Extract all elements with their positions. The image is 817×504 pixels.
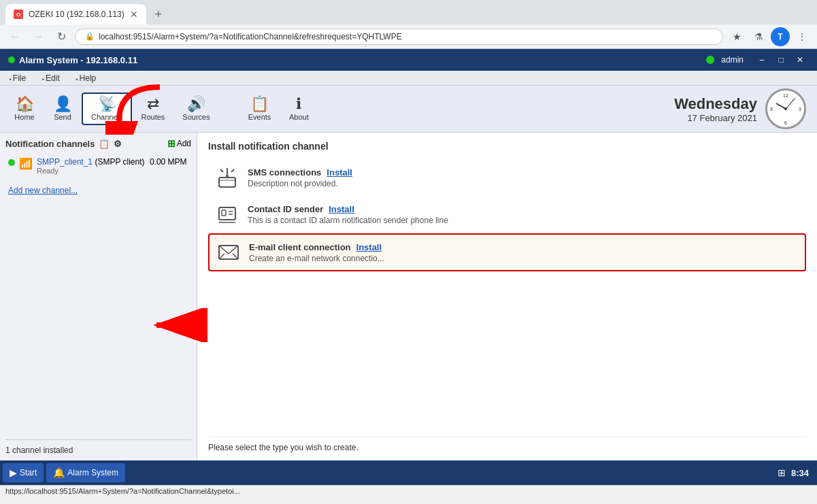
taskbar-time: 8:34 — [791, 468, 809, 478]
menu-file[interactable]: ▪File — [5, 72, 30, 84]
tab-bar: O OZEKI 10 (192.168.0.113) ✕ + — [0, 0, 817, 24]
maximize-button[interactable]: □ — [772, 53, 790, 67]
clock-day: Wednesday — [674, 95, 757, 113]
events-label: Events — [248, 113, 271, 121]
panel-footer: Please select the type you wish to creat… — [208, 437, 806, 452]
main-area: Notification channels 📋 ⚙ ⊞ Add 📶 SMPP_ — [0, 133, 817, 460]
contact-id-channel-info: Contact ID sender Install This is a cont… — [248, 204, 799, 225]
extensions-button[interactable]: ⚗ — [749, 27, 768, 46]
home-icon: 🏠 — [16, 97, 34, 112]
toolbar-events[interactable]: 📋 Events — [239, 93, 280, 124]
menu-edit[interactable]: ▪Edit — [38, 72, 64, 84]
channel-name-line: SMPP_client_1 (SMPP client) 0.00 MPM — [37, 157, 188, 167]
channel-name-link[interactable]: SMPP_client_1 — [37, 157, 93, 167]
title-status-dot — [8, 56, 15, 63]
channel-speed: 0.00 MPM — [150, 157, 187, 167]
admin-status-dot — [706, 56, 714, 64]
status-bar: https://localhost:9515/Alarm+System/?a=N… — [0, 485, 817, 497]
home-label: Home — [14, 113, 34, 121]
clock-section: Wednesday 17 February 2021 12 3 6 9 — [674, 88, 806, 129]
add-channel-button[interactable]: ⊞ Add — [167, 138, 191, 149]
address-bar[interactable]: 🔒 localhost:9515/Alarm+System/?a=Notific… — [75, 29, 723, 45]
toolbar-home[interactable]: 🏠 Home — [5, 93, 44, 124]
tab-close-button[interactable]: ✕ — [130, 9, 138, 20]
channel-item: 📶 SMPP_client_1 (SMPP client) 0.00 MPM R… — [5, 154, 191, 178]
alarm-icon: 🔔 — [53, 467, 65, 478]
channel-list: SMS connections Install Description not … — [208, 160, 806, 271]
toolbar-channels[interactable]: 📡 Channels — [82, 93, 132, 125]
add-icon: ⊞ — [167, 138, 176, 149]
taskbar-systray: ⊞ 8:34 — [772, 467, 814, 478]
new-tab-button[interactable]: + — [149, 5, 168, 24]
close-button[interactable]: ✕ — [791, 53, 809, 67]
clock-num-9: 9 — [770, 107, 773, 112]
sidebar-title: Notification channels 📋 ⚙ — [5, 139, 122, 149]
email-channel-row[interactable]: E-mail client connection Install Create … — [208, 233, 806, 271]
start-button[interactable]: ▶ Start — [3, 463, 44, 482]
browser-tab[interactable]: O OZEKI 10 (192.168.0.113) ✕ — [5, 4, 146, 24]
svg-rect-4 — [219, 178, 235, 187]
browser-toolbar: ← → ↻ 🔒 localhost:9515/Alarm+System/?a=N… — [0, 24, 817, 49]
clock-center-dot — [784, 107, 787, 110]
channel-ready-status: Ready — [37, 167, 188, 175]
menu-help-dot: ▪ — [76, 76, 78, 82]
menu-help[interactable]: ▪Help — [72, 72, 101, 84]
app-title: Alarm System - 192.168.0.11 — [8, 55, 137, 65]
contact-id-icon — [215, 202, 239, 226]
contact-id-channel-row[interactable]: Contact ID sender Install This is a cont… — [208, 197, 806, 232]
toolbar-about[interactable]: ℹ About — [280, 93, 318, 124]
toolbar-sources[interactable]: 🔊 Sources — [173, 93, 218, 124]
bookmark-button[interactable]: ★ — [727, 27, 746, 46]
content-panel: Install notification channel — [197, 133, 817, 460]
send-icon: 👤 — [54, 97, 72, 112]
sources-icon: 🔊 — [187, 97, 205, 112]
forward-button[interactable]: → — [29, 27, 48, 46]
email-channel-info: E-mail client connection Install Create … — [249, 242, 798, 263]
toolbar-send[interactable]: 👤 Send — [44, 93, 82, 124]
refresh-button[interactable]: ↻ — [52, 27, 71, 46]
channel-type: (SMPP client) — [95, 157, 144, 167]
menu-button[interactable]: ⋮ — [793, 27, 812, 46]
minimize-button[interactable]: – — [753, 53, 771, 67]
sms-channel-info: SMS connections Install Description not … — [248, 167, 799, 188]
sidebar-icon-copy: 📋 — [99, 139, 110, 149]
sms-channel-name: SMS connections Install — [248, 167, 799, 178]
contact-id-channel-desc: This is a contact ID alarm notification … — [248, 216, 799, 225]
alarm-system-button[interactable]: 🔔 Alarm System — [46, 463, 125, 482]
sms-channel-row[interactable]: SMS connections Install Description not … — [208, 160, 806, 195]
clock-num-3: 3 — [799, 107, 801, 112]
channel-info: SMPP_client_1 (SMPP client) 0.00 MPM Rea… — [37, 157, 188, 175]
contact-id-install-link[interactable]: Install — [329, 204, 354, 214]
taskbar-grid-icon: ⊞ — [778, 467, 786, 478]
email-icon — [216, 240, 241, 265]
sidebar-header: Notification channels 📋 ⚙ ⊞ Add — [5, 138, 191, 149]
sidebar-footer: 1 channel installed — [5, 439, 191, 455]
start-icon: ▶ — [10, 467, 17, 478]
titlebar-controls: admin – □ ✕ — [706, 53, 809, 67]
app-toolbar: 🏠 Home 👤 Send 📡 Channels ⇄ Routes 🔊 Sour… — [0, 86, 817, 133]
sms-icon — [215, 165, 239, 190]
sms-channel-desc: Description not provided. — [248, 179, 799, 188]
svg-line-12 — [219, 254, 224, 259]
svg-rect-7 — [222, 210, 226, 216]
about-icon: ℹ — [296, 97, 301, 112]
svg-line-3 — [231, 169, 234, 172]
taskbar: ▶ Start 🔔 Alarm System ⊞ 8:34 — [0, 460, 817, 485]
sms-install-link[interactable]: Install — [327, 167, 352, 178]
back-button[interactable]: ← — [5, 27, 24, 46]
menu-bar: ▪File ▪Edit ▪Help — [0, 71, 817, 86]
address-text: localhost:9515/Alarm+System/?a=Notificat… — [99, 32, 713, 41]
admin-label: admin — [721, 55, 744, 65]
routes-label: Routes — [141, 113, 165, 121]
routes-icon: ⇄ — [147, 97, 159, 112]
clock-date: 17 February 2021 — [674, 113, 757, 123]
channels-label: Channels — [91, 113, 122, 121]
email-install-link[interactable]: Install — [356, 242, 382, 252]
add-new-channel-link[interactable]: Add new channel... — [5, 183, 191, 198]
sources-label: Sources — [182, 113, 210, 121]
app-titlebar: Alarm System - 192.168.0.11 admin – □ ✕ — [0, 49, 817, 71]
toolbar-routes[interactable]: ⇄ Routes — [132, 93, 173, 124]
email-channel-desc: Create an e-mail network connectio... — [249, 254, 798, 263]
user-button[interactable]: T — [771, 27, 790, 46]
channel-icon: 📶 — [19, 157, 33, 170]
